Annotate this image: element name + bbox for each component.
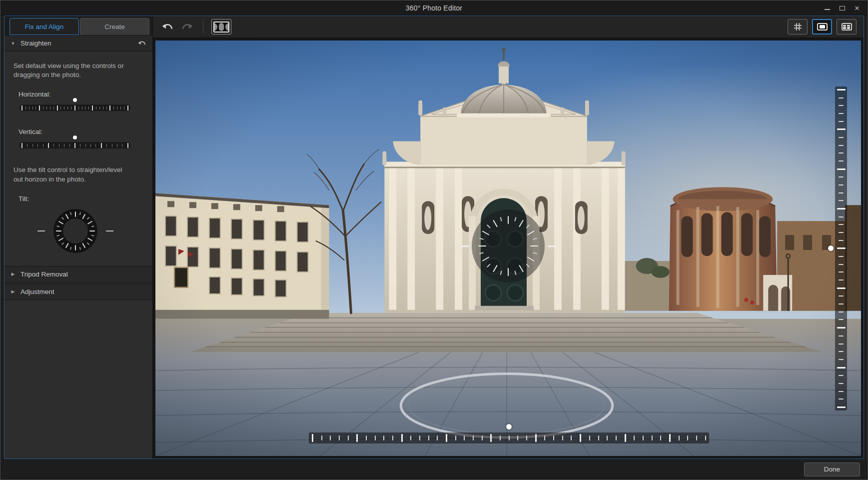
preview-area bbox=[153, 38, 864, 458]
horizontal-slider-ruler[interactable] bbox=[19, 104, 130, 111]
dial-tick bbox=[500, 217, 502, 222]
multi-view-icon bbox=[842, 23, 852, 30]
tick bbox=[837, 327, 846, 328]
tick bbox=[839, 375, 844, 376]
viewport-horizontal-ruler-wrap bbox=[309, 432, 709, 444]
tick bbox=[571, 436, 572, 440]
panorama-view-button[interactable] bbox=[211, 19, 231, 34]
tick bbox=[59, 144, 59, 147]
single-view-button[interactable] bbox=[812, 19, 832, 34]
reset-icon bbox=[138, 40, 146, 47]
tick bbox=[837, 128, 846, 130]
close-icon: ✕ bbox=[855, 5, 860, 12]
tick bbox=[428, 436, 429, 440]
tick bbox=[839, 256, 844, 257]
undo-button[interactable] bbox=[160, 20, 175, 34]
done-button[interactable]: Done bbox=[804, 462, 860, 476]
tick bbox=[43, 144, 43, 147]
tick bbox=[446, 434, 447, 442]
tick bbox=[839, 145, 844, 146]
section-straighten[interactable]: ▼ Straighten bbox=[4, 35, 152, 52]
tick bbox=[839, 344, 844, 344]
section-tripod-removal[interactable]: ▶ Tripod Removal bbox=[4, 266, 152, 282]
single-view-icon bbox=[817, 23, 828, 30]
tick bbox=[109, 106, 110, 110]
tick bbox=[356, 434, 358, 442]
window-title: 360° Photo Editor bbox=[0, 0, 868, 16]
horizontal-slider-handle[interactable] bbox=[73, 98, 77, 102]
tick bbox=[375, 436, 376, 440]
tick bbox=[839, 272, 844, 272]
tick bbox=[80, 144, 80, 147]
tick bbox=[839, 383, 844, 384]
tick bbox=[339, 436, 340, 440]
tick bbox=[687, 436, 688, 440]
titlebar: 360° Photo Editor ✕ bbox=[0, 0, 868, 16]
tick bbox=[419, 436, 420, 440]
tick bbox=[839, 184, 844, 186]
tick bbox=[410, 436, 411, 440]
horizontal-slider[interactable] bbox=[19, 104, 130, 111]
tick bbox=[837, 248, 846, 249]
tick bbox=[517, 436, 518, 440]
tick bbox=[32, 144, 33, 147]
viewport-horizontal-ruler[interactable] bbox=[309, 432, 709, 444]
grid-overlay-button[interactable] bbox=[788, 19, 808, 34]
tick bbox=[535, 434, 537, 442]
maximize-button[interactable] bbox=[835, 0, 850, 16]
viewport-vertical-ruler[interactable] bbox=[835, 86, 847, 410]
tick bbox=[839, 113, 844, 114]
vertical-slider-handle[interactable] bbox=[73, 136, 77, 140]
tick bbox=[839, 351, 844, 352]
tick bbox=[839, 280, 844, 280]
content-area: Fix and Align Create ▼ Straighten Set de… bbox=[4, 16, 864, 459]
grid-icon bbox=[794, 22, 802, 31]
tick bbox=[643, 436, 644, 440]
tick bbox=[526, 436, 527, 440]
viewport-vertical-handle[interactable] bbox=[828, 246, 834, 251]
multi-view-button[interactable] bbox=[837, 19, 857, 34]
tick bbox=[82, 106, 82, 110]
tick bbox=[839, 232, 844, 233]
tick bbox=[473, 436, 474, 440]
tick bbox=[616, 436, 617, 440]
tick bbox=[103, 106, 103, 110]
vertical-slider-ruler[interactable] bbox=[19, 142, 130, 148]
tick bbox=[839, 336, 844, 336]
tilt-dial[interactable] bbox=[53, 209, 97, 253]
viewport-horizontal-handle[interactable] bbox=[506, 424, 512, 430]
main-area bbox=[153, 16, 864, 458]
tick bbox=[127, 143, 128, 148]
tick bbox=[455, 436, 456, 440]
tick bbox=[839, 264, 844, 265]
viewport-tilt-dial[interactable] bbox=[472, 210, 545, 282]
tick bbox=[669, 434, 671, 442]
tick bbox=[39, 106, 40, 110]
tick bbox=[46, 106, 47, 110]
tick bbox=[837, 367, 846, 368]
straighten-panel-body: Set default view using the controls or d… bbox=[4, 52, 152, 266]
close-button[interactable]: ✕ bbox=[850, 0, 865, 16]
reset-straighten-button[interactable] bbox=[138, 40, 146, 47]
tick bbox=[839, 152, 844, 154]
tick bbox=[90, 144, 91, 147]
section-adjustment[interactable]: ▶ Adjustment bbox=[4, 284, 152, 300]
tick bbox=[839, 224, 844, 225]
tick bbox=[106, 106, 107, 110]
tick bbox=[839, 296, 844, 296]
minimize-icon bbox=[825, 9, 830, 10]
horizontal-label: Horizontal: bbox=[18, 90, 143, 98]
redo-button[interactable] bbox=[179, 20, 195, 34]
tick bbox=[78, 106, 79, 110]
toolbar-separator bbox=[203, 21, 203, 33]
vertical-slider[interactable] bbox=[19, 142, 130, 148]
tab-create[interactable]: Create bbox=[80, 18, 149, 35]
tab-fix-and-align[interactable]: Fix and Align bbox=[9, 18, 79, 35]
tick bbox=[50, 106, 50, 110]
tick bbox=[330, 436, 331, 440]
chevron-right-icon: ▶ bbox=[10, 289, 15, 294]
tab-label: Create bbox=[104, 23, 125, 30]
tick bbox=[839, 398, 844, 400]
tick bbox=[839, 312, 844, 312]
minimize-button[interactable] bbox=[820, 0, 835, 16]
